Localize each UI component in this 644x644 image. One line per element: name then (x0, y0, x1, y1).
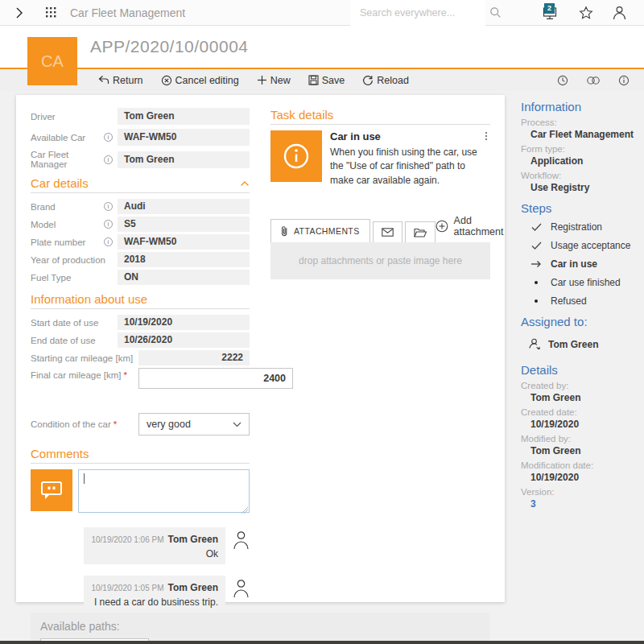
text-caret (84, 473, 85, 484)
task-info-icon (270, 130, 322, 182)
sidebar-item-label: Created date: (521, 407, 638, 417)
field-label: Condition of the car (31, 419, 111, 429)
field-label: Final car mileage [km] (31, 370, 121, 380)
field-value-brand: Audi (118, 199, 250, 214)
comment-author: Tom Green (168, 534, 218, 545)
field-value-driver: Tom Green (118, 108, 250, 125)
step-refused: Refused (530, 295, 638, 307)
bottom-window-edge (0, 641, 644, 644)
task-menu-kebab-icon[interactable] (482, 130, 490, 142)
field-row-plate-number: Plate numberi WAF-WM50 (31, 234, 250, 250)
app-grid-icon[interactable] (45, 6, 57, 19)
field-info-icon[interactable]: i (104, 220, 113, 229)
section-information-about-use: Information about use (31, 292, 250, 309)
field-value-year: 2018 (118, 252, 250, 267)
available-paths-bar: Available paths: Use of car finished (31, 613, 490, 644)
expand-menu-icon[interactable] (14, 6, 24, 19)
sidebar-item-modification-date: Modification date: 10/19/2020 (521, 460, 638, 483)
field-row-final-mileage: Final car mileage [km] * (31, 368, 250, 389)
document-title: APP/2020/10/00004 (90, 37, 249, 56)
sidebar-item-created-by: Created by: Tom Green (521, 381, 638, 403)
sidebar-item-label: Form type: (521, 144, 638, 154)
assigned-person-name: Tom Green (548, 339, 598, 350)
reload-button[interactable]: Reload (362, 75, 409, 86)
sidebar-item-modified-by: Modified by: Tom Green (521, 434, 638, 456)
info-circle-icon[interactable] (618, 75, 630, 86)
section-task-details: Task details (270, 108, 490, 125)
field-label: Plate number (31, 237, 85, 247)
add-attachment-label: Add attachment (454, 215, 504, 237)
app-title: Car Fleet Management (70, 6, 185, 19)
return-button[interactable]: Return (98, 75, 143, 86)
save-disk-icon (308, 75, 319, 85)
history-clock-icon[interactable] (557, 75, 568, 86)
field-row-fuel-type: Fuel Type ON (31, 270, 250, 285)
toolbar-buttons: Return Cancel editing New Save Reload (98, 75, 409, 86)
search-icon[interactable] (489, 6, 502, 19)
comment-bubble-icon[interactable] (31, 469, 72, 511)
task-name: Car in use (330, 130, 381, 142)
comment-entry: 10/19/2020 1:06 PMTom Green Ok (31, 527, 250, 564)
sidebar-item-label: Version: (521, 487, 638, 497)
sidebar-item-value: Application (530, 155, 638, 167)
steps-list: Registration Usage acceptance Car in use… (530, 221, 638, 307)
person-icon (233, 530, 250, 550)
task-count-badge: 2 (544, 3, 555, 14)
my-tasks-icon[interactable]: 2 (542, 5, 559, 21)
assigned-person: Tom Green (529, 338, 638, 350)
share-link-icon[interactable] (586, 76, 601, 85)
step-label: Car use finished (551, 277, 621, 288)
field-info-icon[interactable]: i (104, 202, 113, 211)
bullet-icon (530, 281, 542, 284)
tab-folder-attachments[interactable] (405, 221, 436, 242)
field-label: Driver (31, 112, 56, 122)
paperclip-icon (281, 225, 288, 237)
current-arrow-icon (530, 260, 542, 268)
resize-grip[interactable] (242, 507, 248, 514)
field-row-year: Year of production 2018 (31, 252, 250, 267)
comment-entry: 10/19/2020 1:05 PMTom Green I need a car… (31, 576, 250, 613)
field-value-end-date: 10/26/2020 (118, 332, 250, 348)
search-input[interactable] (360, 7, 489, 19)
add-attachment-button[interactable]: Add attachment (436, 215, 504, 242)
required-marker: * (123, 370, 126, 380)
sidebar-item-label: Workflow: (521, 171, 638, 180)
tab-email-attachments[interactable] (373, 221, 402, 242)
sidebar-item-process: Process: Car Fleet Management (521, 118, 638, 140)
collapse-chevron-icon[interactable] (240, 180, 250, 187)
favorites-star-icon[interactable] (579, 6, 593, 20)
sidebar-item-value: 10/19/2020 (530, 419, 638, 430)
save-button[interactable]: Save (308, 75, 345, 86)
sidebar-item-value: Tom Green (530, 445, 638, 456)
comment-text: I need a car do business trip. (91, 597, 218, 608)
comment-textarea[interactable] (78, 469, 250, 513)
comment-composer (31, 469, 250, 516)
sidebar-heading-steps: Steps (521, 201, 638, 215)
new-button[interactable]: New (257, 75, 291, 86)
cancel-editing-button[interactable]: Cancel editing (161, 75, 239, 86)
field-info-icon[interactable]: i (104, 155, 113, 164)
condition-select[interactable]: very good (138, 413, 250, 436)
bullet-icon (530, 299, 542, 303)
field-info-icon[interactable]: i (104, 237, 113, 246)
top-bar: Car Fleet Management 2 (0, 0, 644, 26)
attachment-dropzone[interactable]: drop attachments or paste image here (270, 242, 490, 279)
field-label: Year of production (31, 255, 105, 265)
sidebar-item-version-value[interactable]: 3 (530, 498, 638, 510)
return-label: Return (113, 75, 143, 86)
sidebar-item-value: Use Registry (530, 182, 638, 193)
task-description: When you finish using the car, use the "… (330, 146, 490, 188)
user-profile-icon[interactable] (613, 6, 626, 20)
reload-label: Reload (377, 75, 409, 86)
tab-attachments[interactable]: ATTACHMENTS (270, 219, 370, 242)
attachment-tabs: ATTACHMENTS Add attachment (270, 215, 490, 242)
check-icon (530, 223, 542, 231)
section-title: Task details (270, 108, 333, 122)
search-box[interactable] (350, 0, 485, 26)
comment-text: Ok (91, 548, 218, 559)
field-label: Fuel Type (31, 273, 71, 283)
section-title: Car details (31, 176, 89, 190)
return-icon (98, 75, 109, 85)
field-info-icon[interactable]: i (104, 133, 113, 142)
sidebar-item-created-date: Created date: 10/19/2020 (521, 407, 638, 430)
